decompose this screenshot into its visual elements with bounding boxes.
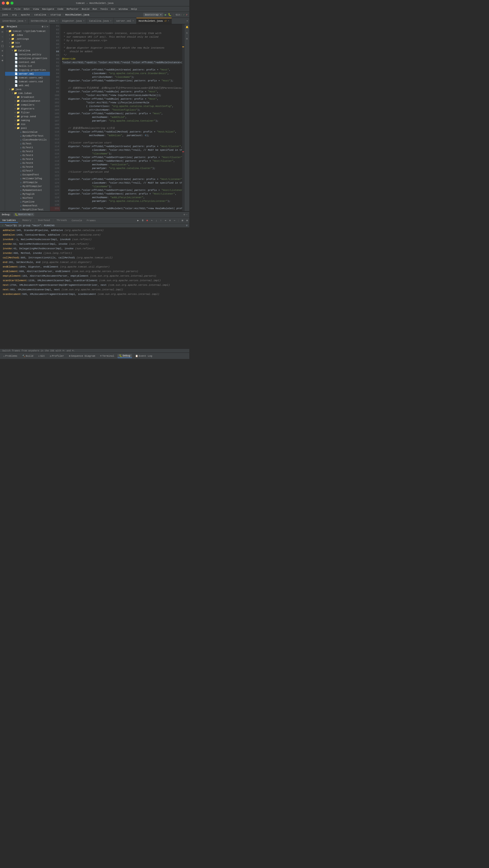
tree-arrow[interactable]: ▸	[14, 123, 16, 125]
tree-arrow[interactable]: ▾	[6, 30, 7, 32]
sidebar-item[interactable]: ▸📁Catalina	[5, 49, 50, 53]
debug-session-close[interactable]: ×	[31, 213, 33, 216]
minimize-button[interactable]	[6, 2, 9, 5]
close-button[interactable]	[2, 2, 5, 5]
menu-view[interactable]: View	[31, 7, 40, 11]
debug-step-into[interactable]: ↓	[154, 218, 158, 223]
tab-close[interactable]: ×	[25, 20, 26, 22]
bottombar-problems[interactable]: ⚠ Problems	[1, 354, 19, 358]
tab-close[interactable]: ×	[168, 20, 169, 22]
tree-arrow[interactable]: ▾	[12, 92, 13, 94]
sidebar-item[interactable]: ☕MyNameContext	[5, 188, 50, 192]
sidebar-item[interactable]: ▾📁conf	[5, 45, 50, 49]
sidebar-item[interactable]: 📄catalina.policy	[5, 53, 50, 56]
sidebar-item[interactable]: ☕ELTest1	[5, 146, 50, 149]
tab-close[interactable]: ×	[56, 20, 57, 22]
debug-step-over[interactable]: ↷	[149, 218, 154, 223]
sidebar-item[interactable]: 📄tomcat-users.xsd	[5, 80, 50, 84]
git-checkmark[interactable]: ✓	[183, 13, 185, 16]
sidebar-item[interactable]: ☕MyTaglib	[5, 192, 50, 196]
menu-build[interactable]: Build	[81, 7, 91, 11]
tree-arrow[interactable]: ▸	[14, 111, 16, 114]
debug-restore-layout[interactable]: ⊞	[180, 218, 185, 223]
sidebar-item[interactable]: ☕ELTest2	[5, 149, 50, 153]
menu-navigate[interactable]: Navigate	[41, 7, 56, 11]
tree-arrow[interactable]: ▸	[14, 96, 16, 98]
tab-catalina[interactable]: Catalina.java ×	[87, 18, 114, 24]
sidebar-item[interactable]: ☕ELTest5	[5, 161, 50, 165]
menu-window[interactable]: Window	[118, 7, 129, 11]
stack-frame[interactable]: scanStartElement:1339, XMLDocumentScanne…	[0, 278, 189, 283]
bottombar-debug[interactable]: 🐛 Debug	[118, 354, 132, 358]
breadcrumb-apache[interactable]: apache	[21, 13, 30, 16]
stack-frame[interactable]: invoke:498, Method, invoke (java.lang.re…	[0, 251, 189, 255]
bottombar-terminal[interactable]: ⌘ Terminal	[98, 354, 116, 358]
stack-frame[interactable]: invoke0:-1, NativeMethodAccessorImpl, in…	[0, 237, 189, 242]
bigdata-icon[interactable]: ◈	[1, 54, 4, 58]
sidebar-item[interactable]: 📄web.xml	[5, 84, 50, 87]
bootstrap-dropdown[interactable]: Bootstrap ▾	[143, 13, 163, 17]
menu-tools[interactable]: Tools	[99, 7, 109, 11]
sidebar-item[interactable]: ☕ELTest	[5, 142, 50, 146]
sidebar-dots[interactable]: ⋯	[47, 25, 48, 28]
sidebar-item[interactable]: 📄server.xml	[5, 72, 50, 76]
debug-settings2[interactable]: ⚙	[185, 218, 189, 223]
stack-frame[interactable]: endElement:1044, Digester, endElement (o…	[0, 265, 189, 269]
breadcrumb-startup[interactable]: startup	[51, 13, 61, 16]
tree-arrow[interactable]: ▸	[14, 115, 16, 118]
stack-frame[interactable]: end:201, SetNextRule, end (org.apache.to…	[0, 260, 189, 265]
sidebar-item[interactable]: ▸📁filter	[5, 111, 50, 115]
debug-filter[interactable]: ▽	[186, 224, 187, 227]
tabs-overflow[interactable]: ▾	[185, 18, 189, 24]
sidebar-item[interactable]: ☕BasicValue	[5, 130, 50, 134]
stack-frame[interactable]: next:2784, XMLDocumentFragmentScannerImp…	[0, 283, 189, 287]
bottombar-build[interactable]: 🔨 Build	[21, 354, 35, 358]
tab-innerbase[interactable]: innerBase.java ×	[0, 18, 29, 24]
pullreq-icon[interactable]: ⇄	[1, 39, 4, 43]
sidebar-item[interactable]: 📄hello.txt	[5, 64, 50, 68]
debug-stop[interactable]: ■	[145, 218, 149, 223]
tab-serverxml[interactable]: server.xml ×	[114, 18, 136, 24]
git-x[interactable]: ✗	[186, 13, 187, 16]
debug-more[interactable]: ⋯	[172, 218, 177, 223]
bottombar-git[interactable]: ✦ Git	[36, 354, 47, 358]
tree-arrow[interactable]: ▾	[14, 127, 16, 129]
debug-resume[interactable]: ▶	[136, 218, 140, 223]
tree-arrow[interactable]: ▸	[14, 107, 16, 110]
notifications-icon[interactable]: 🔔	[185, 25, 189, 29]
sidebar-item[interactable]: ▸📁bin	[5, 41, 50, 45]
tree-arrow[interactable]: ▸	[14, 103, 16, 106]
debug-tab-threads[interactable]: Threads	[54, 218, 69, 223]
debug-panel-close[interactable]: —	[186, 213, 187, 216]
sidebar-item[interactable]: ☕JDTCompile	[5, 180, 50, 184]
sidebar-item[interactable]: ☕ByteBufferTest	[5, 134, 50, 138]
menu-git[interactable]: Git	[110, 7, 117, 11]
breadcrumb-java[interactable]: java	[2, 13, 8, 16]
debug-evaluate[interactable]: ≡	[167, 218, 172, 223]
sidebar-item[interactable]: ▸📁.settings	[5, 37, 50, 41]
jconsole-icon[interactable]: ◉	[1, 58, 4, 62]
sidebar-item[interactable]: ☕ClassReaderUtils	[5, 138, 50, 142]
sidebar-item[interactable]: ☕EscapedTest	[5, 173, 50, 177]
project-icon[interactable]: 📁	[0, 25, 5, 29]
stack-frame[interactable]: addValve:1469, ContainerBase, addValve (…	[0, 232, 189, 237]
tree-arrow[interactable]: ▸	[9, 34, 10, 36]
sidebar-item[interactable]: ▾📁java	[5, 87, 50, 91]
sidebar-item[interactable]: ☕MyJDTCompiler	[5, 184, 50, 188]
bottombar-profiler[interactable]: ◎ Profiler	[48, 354, 66, 358]
sidebar-item[interactable]: ☕NioTest	[5, 196, 50, 200]
sidebar-sort[interactable]: ↕	[44, 25, 46, 28]
sidebar-item[interactable]: ☕ELTest3	[5, 153, 50, 157]
sidebar-item[interactable]: ▸📁.idea	[5, 33, 50, 37]
sidebar-item[interactable]: ☕ElTest7	[5, 169, 50, 173]
stack-frame[interactable]: callMethod1:885, IntrospectionUtils, cal…	[0, 255, 189, 260]
menu-help[interactable]: Help	[129, 7, 138, 11]
tab-close[interactable]: ×	[110, 20, 111, 22]
sidebar-item[interactable]: ☕ELTest6	[5, 165, 50, 169]
gradle-icon[interactable]: G	[185, 31, 189, 35]
maximize-button[interactable]	[10, 2, 13, 5]
sidebar-item[interactable]: ☕ELTest4	[5, 157, 50, 161]
sidebar-item[interactable]: ▾📁tomcat ~/gitlab/tomcat	[5, 29, 50, 33]
stack-frame[interactable]: endElement:609, AbstractSAXParser, endEl…	[0, 269, 189, 274]
maven-icon[interactable]: M	[185, 37, 189, 41]
